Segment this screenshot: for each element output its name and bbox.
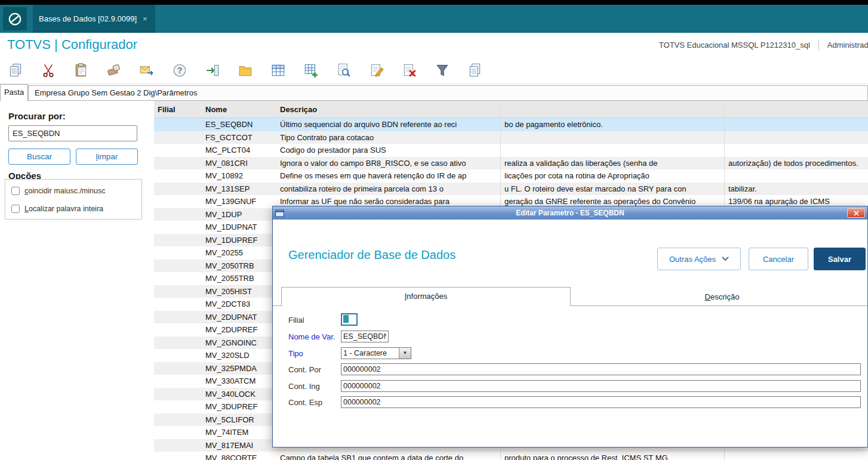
table-row[interactable]: MV_131SEP contabiliza roteiro de primeir… bbox=[154, 183, 868, 196]
app-title: TOTVS | Configurador bbox=[7, 37, 137, 53]
send-mail-icon[interactable] bbox=[138, 62, 155, 79]
search-panel: Procurar por: Buscar limpar Opções coinc… bbox=[0, 101, 154, 460]
window-tab[interactable]: Bases de Dados [02.9.0099] × bbox=[33, 5, 155, 33]
outras-acoes-button[interactable]: Outras Ações bbox=[657, 248, 741, 270]
filial-label: Filial bbox=[288, 316, 304, 325]
salvar-button[interactable]: Salvar bbox=[814, 248, 866, 270]
option-label: coincidir maiusc./minusc bbox=[24, 187, 105, 195]
screen: Bases de Dados [02.9.0099] × TOTVS | Con… bbox=[0, 0, 868, 460]
cont-ing-label: Cont. Ing bbox=[288, 382, 320, 391]
totvs-logo-icon bbox=[3, 7, 27, 30]
edit-parameter-dialog: Editar Parametro - ES_SEQBDN Gerenciador… bbox=[272, 206, 868, 447]
os-top-strip bbox=[0, 0, 868, 5]
paste-icon[interactable] bbox=[73, 62, 90, 79]
option-case-sensitive[interactable]: coincidir maiusc./minusc bbox=[11, 184, 141, 198]
limpar-button[interactable]: limpar bbox=[76, 149, 138, 165]
col-nome: Nome bbox=[202, 101, 276, 118]
dialog-titlebar[interactable]: Editar Parametro - ES_SEQBDN bbox=[273, 206, 867, 220]
filial-input[interactable] bbox=[341, 313, 358, 326]
environment-info: TOTVS Educacional MSSQL P1212310_sql Adm… bbox=[659, 33, 868, 57]
window-icon bbox=[275, 209, 284, 217]
col-descricao: Descriçao bbox=[276, 101, 500, 118]
titlebar: Bases de Dados [02.9.0099] × bbox=[0, 5, 868, 33]
tab-informacoes[interactable]: Informações bbox=[281, 287, 571, 306]
chevron-down-icon bbox=[722, 257, 729, 261]
tab-pasta[interactable]: Pasta bbox=[0, 84, 28, 101]
table-row[interactable]: FS_GCTCOT Tipo Contrato para cotacao bbox=[154, 131, 868, 144]
copy-icon[interactable] bbox=[7, 62, 24, 79]
filter-icon[interactable] bbox=[434, 62, 451, 79]
text-cursor-icon bbox=[343, 315, 349, 323]
nome-var-label: Nome de Var. bbox=[288, 332, 335, 341]
tab-descricao[interactable]: Descrição bbox=[575, 289, 868, 305]
options-group: coincidir maiusc./minusc Localizar palav… bbox=[5, 179, 142, 220]
table-header: Filial Nome Descriçao bbox=[154, 101, 868, 118]
help-icon[interactable]: ? bbox=[171, 62, 188, 79]
search-doc-icon[interactable] bbox=[335, 62, 352, 79]
table-row[interactable]: MV_88CORTE Campo da tabela SB1 que conte… bbox=[154, 452, 868, 460]
cancelar-button[interactable]: Cancelar bbox=[749, 248, 808, 270]
buscar-button[interactable]: Buscar bbox=[8, 149, 70, 165]
outras-acoes-label: Outras Ações bbox=[669, 255, 716, 264]
nome-var-input[interactable] bbox=[341, 331, 389, 342]
tipo-label: Tipo bbox=[288, 349, 303, 358]
cont-esp-input[interactable] bbox=[341, 396, 861, 408]
search-label: Procurar por: bbox=[8, 111, 66, 121]
edit-icon[interactable] bbox=[368, 62, 385, 79]
checkbox-icon[interactable] bbox=[11, 205, 20, 213]
search-input[interactable] bbox=[8, 125, 137, 141]
col-filial: Filial bbox=[154, 101, 202, 118]
app-header: TOTVS | Configurador TOTVS Educacional M… bbox=[0, 33, 868, 57]
dialog-close-button[interactable] bbox=[847, 208, 865, 218]
eraser-icon[interactable] bbox=[106, 62, 122, 79]
breadcrumb: Empresa Grupo Sem Gestao 2 Dig\Parâmetro… bbox=[28, 85, 868, 101]
dialog-heading: Gerenciador de Base de Dados bbox=[288, 248, 455, 262]
dialog-tabs: Informações Descrição bbox=[273, 287, 867, 306]
window-tab-title: Bases de Dados [02.9.0099] bbox=[39, 14, 137, 23]
col-desc-cont bbox=[500, 101, 724, 118]
pasta-bar: Pasta Empresa Grupo Sem Gestao 2 Dig\Par… bbox=[0, 84, 868, 101]
table-icon[interactable] bbox=[270, 62, 287, 79]
checkbox-icon[interactable] bbox=[11, 187, 20, 195]
divider bbox=[818, 40, 819, 51]
exit-icon[interactable] bbox=[204, 62, 221, 79]
tab-close-icon[interactable]: × bbox=[143, 14, 147, 23]
environment-label: TOTVS Educacional MSSQL P1212310_sql bbox=[659, 41, 810, 50]
table-row[interactable]: MC_PLCT04 Codigo do prestador para SUS bbox=[154, 144, 868, 157]
cont-esp-label: Cont. Esp bbox=[288, 398, 322, 407]
tipo-value[interactable] bbox=[341, 348, 399, 359]
delete-doc-icon[interactable] bbox=[401, 62, 418, 79]
table-row[interactable]: MV_081CRI Ignora o valor do campo BR8_RI… bbox=[154, 157, 868, 170]
cont-por-label: Cont. Por bbox=[288, 365, 321, 374]
tipo-combobox[interactable]: ▼ bbox=[341, 347, 411, 359]
table-add-icon[interactable] bbox=[303, 62, 319, 79]
cont-por-input[interactable] bbox=[341, 363, 861, 375]
table-row[interactable]: MV_10892 Define os meses em que haverá r… bbox=[154, 169, 868, 183]
table-row[interactable]: ES_SEQBDN Último sequencial do arquivo B… bbox=[154, 118, 868, 131]
copy-pages-icon[interactable] bbox=[467, 62, 484, 79]
folder-icon[interactable] bbox=[237, 62, 254, 79]
cont-ing-input[interactable] bbox=[341, 380, 861, 392]
option-label: Localizar palavra inteira bbox=[24, 205, 103, 213]
dialog-body: Gerenciador de Base de Dados Outras Açõe… bbox=[273, 220, 867, 447]
col-desc-cont2 bbox=[724, 101, 868, 118]
combo-dropdown-icon[interactable]: ▼ bbox=[399, 348, 411, 359]
svg-text:?: ? bbox=[177, 66, 183, 75]
user-label: Administrador bbox=[827, 41, 868, 50]
option-whole-word[interactable]: Localizar palavra inteira bbox=[11, 202, 141, 216]
cut-icon[interactable] bbox=[40, 62, 57, 79]
dialog-title: Editar Parametro - ES_SEQBDN bbox=[273, 209, 867, 217]
toolbar-icons: ? bbox=[0, 57, 868, 84]
